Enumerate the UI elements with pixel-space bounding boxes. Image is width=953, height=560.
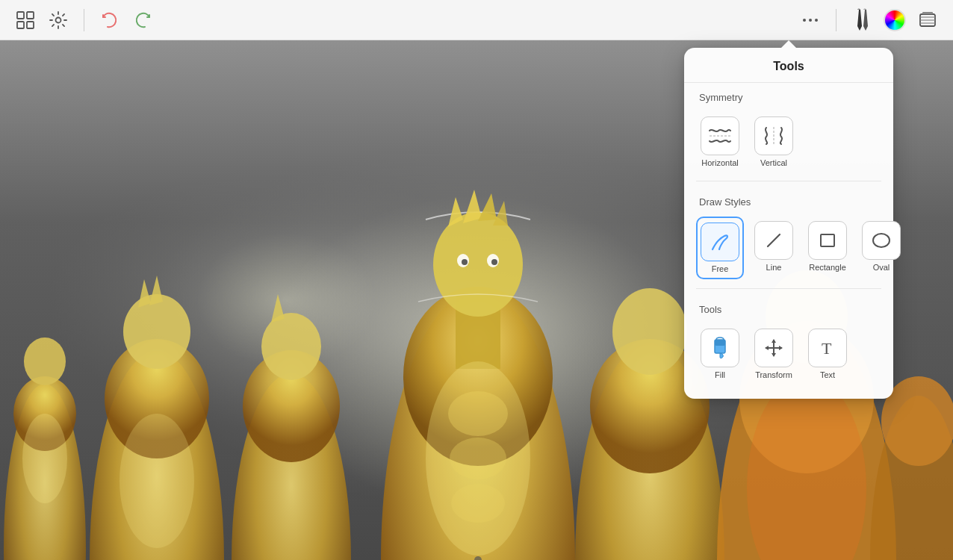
draw-style-free-icon	[708, 230, 732, 254]
tool-text-label: Text	[820, 370, 835, 379]
color-button[interactable]	[881, 7, 908, 34]
draw-styles-row: Free Line Rectangle	[684, 214, 893, 282]
settings-button[interactable]	[45, 7, 72, 34]
draw-style-line-icon-box	[754, 221, 793, 260]
svg-marker-65	[772, 353, 776, 357]
draw-styles-section-label: Draw Styles	[684, 187, 893, 214]
draw-style-rectangle-icon-box	[808, 221, 847, 260]
divider-2	[696, 288, 881, 289]
svg-rect-9	[922, 12, 933, 14]
svg-rect-3	[27, 22, 34, 28]
symmetry-vertical-icon-box	[754, 116, 793, 155]
toolbar	[0, 0, 953, 40]
divider-1	[696, 181, 881, 181]
svg-point-59	[873, 234, 890, 247]
draw-style-rectangle-icon	[816, 228, 839, 252]
tool-text-icon-box: T	[808, 329, 847, 367]
tool-fill-label: Fill	[715, 370, 725, 379]
toolbar-divider-2	[836, 9, 836, 31]
svg-rect-58	[821, 234, 834, 246]
tool-transform-button[interactable]: Transform	[750, 324, 798, 384]
draw-style-free-button[interactable]: Free	[696, 217, 744, 279]
svg-rect-61	[715, 340, 725, 346]
symmetry-vertical-label: Vertical	[760, 158, 787, 167]
draw-style-rectangle-label: Rectangle	[809, 263, 846, 272]
tool-text-icon: T	[816, 336, 839, 360]
svg-text:T: T	[822, 339, 832, 358]
tools-popup: Tools Symmetry Horizontal	[684, 48, 893, 399]
svg-point-4	[56, 17, 61, 22]
svg-line-57	[768, 234, 780, 246]
draw-style-oval-label: Oval	[873, 263, 890, 272]
brush-button[interactable]	[848, 7, 875, 34]
draw-style-free-icon-box	[701, 223, 739, 261]
tool-transform-label: Transform	[755, 370, 792, 379]
svg-point-7	[815, 19, 818, 22]
pen-icon	[850, 7, 874, 34]
tool-transform-icon-box	[754, 329, 793, 367]
draw-style-line-label: Line	[766, 263, 782, 272]
tools-row: Fill Transform T	[684, 321, 893, 387]
svg-marker-64	[772, 339, 776, 343]
draw-style-free-label: Free	[712, 264, 729, 273]
svg-point-5	[803, 19, 806, 22]
grid-button[interactable]	[12, 7, 39, 34]
draw-style-line-button[interactable]: Line	[750, 217, 798, 276]
tool-fill-icon	[707, 335, 733, 361]
tool-fill-icon-box	[701, 329, 739, 367]
svg-marker-66	[765, 346, 769, 350]
svg-rect-1	[27, 12, 34, 19]
symmetry-horizontal-icon-box	[701, 116, 739, 155]
svg-rect-0	[17, 12, 24, 19]
tool-transform-icon	[762, 336, 786, 360]
draw-style-line-icon	[762, 228, 786, 252]
tool-fill-button[interactable]: Fill	[696, 324, 744, 384]
symmetry-row: Horizontal Vertical	[684, 109, 893, 175]
color-wheel-icon	[884, 9, 906, 31]
symmetry-section-label: Symmetry	[684, 83, 893, 109]
symmetry-vertical-button[interactable]: Vertical	[750, 112, 798, 172]
draw-style-oval-icon	[869, 228, 893, 252]
toolbar-divider-1	[84, 9, 84, 31]
tools-section-label: Tools	[684, 295, 893, 321]
svg-point-6	[809, 19, 812, 22]
draw-style-rectangle-button[interactable]: Rectangle	[804, 217, 851, 276]
svg-marker-67	[779, 346, 783, 350]
redo-button[interactable]	[129, 7, 156, 34]
draw-style-oval-icon-box	[862, 221, 901, 260]
draw-style-oval-button[interactable]: Oval	[857, 217, 905, 276]
svg-rect-2	[17, 22, 24, 28]
popup-title: Tools	[684, 48, 893, 83]
undo-button[interactable]	[96, 7, 123, 34]
symmetry-horizontal-icon	[707, 125, 733, 147]
layers-button[interactable]	[914, 7, 941, 34]
more-button[interactable]	[797, 7, 824, 34]
symmetry-vertical-icon	[760, 125, 787, 147]
symmetry-horizontal-label: Horizontal	[701, 158, 739, 167]
tool-text-button[interactable]: T Text	[804, 324, 851, 384]
symmetry-horizontal-button[interactable]: Horizontal	[696, 112, 744, 172]
